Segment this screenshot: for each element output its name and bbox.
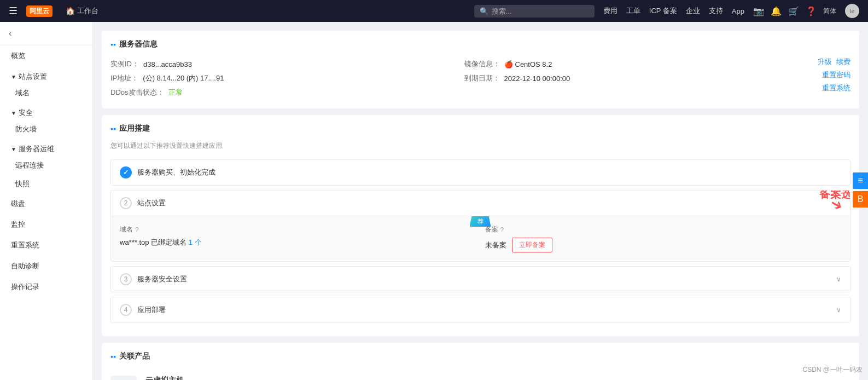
nav-icons: 📷 🔔 🛒 ❓ 简体 xyxy=(753,6,836,16)
sidebar-section-ops[interactable]: ▼ 服务器运维 xyxy=(0,139,92,156)
icp-field-value: 未备案 立即备案 xyxy=(485,238,842,252)
app-setup-card: ▪▪ 应用搭建 您可以通过以下推荐设置快速搭建应用 ✓ 服务器购买、初始化完成 … xyxy=(102,115,859,336)
step-3-item: 3 服务器安全设置 ∨ xyxy=(110,266,850,292)
nav-link-enterprise[interactable]: 企业 xyxy=(686,6,700,16)
image-value: 🍎CentOS 8.2 xyxy=(504,60,552,68)
related-products-icon: ▪▪ xyxy=(110,352,116,361)
domain-count-link[interactable]: 1 个 xyxy=(189,238,202,246)
sidebar-item-reset-system[interactable]: 重置系统 xyxy=(0,235,92,256)
image-label: 镜像信息： xyxy=(464,59,500,69)
step-4-number: 4 xyxy=(120,304,132,316)
step-1-header[interactable]: ✓ 服务器购买、初始化完成 xyxy=(111,160,850,185)
arrow-icon-3: ▼ xyxy=(11,146,16,152)
server-info-title: ▪▪ 服务器信息 xyxy=(110,39,850,49)
expire-label: 到期日期： xyxy=(464,73,500,83)
search-bar[interactable]: 🔍 xyxy=(474,5,595,18)
sidebar-item-disk[interactable]: 磁盘 xyxy=(0,193,92,214)
logo: 阿里云 xyxy=(26,5,53,17)
lang-icon[interactable]: 简体 xyxy=(823,7,836,16)
logo-icon: 阿里云 xyxy=(26,5,53,17)
workbench-link[interactable]: 🏠 工作台 xyxy=(66,6,98,16)
step-3-header[interactable]: 3 服务器安全设置 ∨ xyxy=(111,267,850,292)
server-info-card: ▪▪ 服务器信息 实例ID： d38...acca9b33 IP地址： (公) … xyxy=(102,31,859,108)
sidebar-section-security[interactable]: ▼ 安全 xyxy=(0,102,92,120)
renew-link[interactable]: 续费 xyxy=(836,57,850,67)
sidebar-item-operation-log[interactable]: 操作记录 xyxy=(0,277,92,297)
step-1-item: ✓ 服务器购买、初始化完成 xyxy=(110,159,850,186)
step-4-item: 4 应用部署 ∨ xyxy=(110,297,850,323)
nav-link-ticket[interactable]: 工单 xyxy=(626,6,640,16)
step-2-domain-col: 域名 ? wa***.top 已绑定域名 1 个 荐 xyxy=(120,225,476,252)
step-3-title: 服务器安全设置 xyxy=(137,274,836,284)
workbench-label: 工作台 xyxy=(77,6,98,16)
ddos-row: DDos攻击状态： 正常 xyxy=(110,85,442,100)
image-row: 镜像信息： 🍎CentOS 8.2 xyxy=(464,57,796,71)
ddos-label: DDos攻击状态： xyxy=(110,88,164,97)
nav-link-icp[interactable]: ICP 备案 xyxy=(649,6,677,16)
step-1-number: ✓ xyxy=(120,166,132,179)
sidebar-item-monitor[interactable]: 监控 xyxy=(0,214,92,235)
sidebar-item-remote[interactable]: 远程连接 xyxy=(0,156,92,175)
sidebar-item-diagnose[interactable]: 自助诊断 xyxy=(0,256,92,277)
sidebar-collapse-btn[interactable]: ‹ xyxy=(0,22,92,45)
sidebar: ‹ 概览 ▼ 站点设置 域名 ▼ 安全 防火墙 ▼ 服务器运维 远程连接 快照 … xyxy=(0,22,93,380)
sidebar-item-firewall[interactable]: 防火墙 xyxy=(0,120,92,139)
nav-link-support[interactable]: 支持 xyxy=(709,6,723,16)
step-2-title: 站点设置 xyxy=(137,198,836,208)
icp-status: 未备案 xyxy=(485,240,506,250)
domain-question-icon[interactable]: ? xyxy=(135,226,139,234)
right-sidebar-btn-1[interactable]: ≡ xyxy=(853,172,868,189)
app-setup-icon: ▪▪ xyxy=(110,124,116,133)
step-4-header[interactable]: 4 应用部署 ∨ xyxy=(111,297,850,323)
right-sidebar-btn-2[interactable]: B xyxy=(853,191,868,208)
bell-icon[interactable]: 🔔 xyxy=(771,6,782,16)
sidebar-item-domain[interactable]: 域名 xyxy=(0,84,92,102)
right-sidebar: ≡ B xyxy=(853,172,868,208)
step-2-content: 域名 ? wa***.top 已绑定域名 1 个 荐 xyxy=(111,216,850,261)
home-icon: 🏠 xyxy=(66,7,75,15)
setup-desc: 您可以通过以下推荐设置快速搭建应用 xyxy=(110,141,850,151)
help-icon[interactable]: ❓ xyxy=(806,6,817,16)
nav-link-app[interactable]: App xyxy=(732,7,744,15)
main-content: ▪▪ 服务器信息 实例ID： d38...acca9b33 IP地址： (公) … xyxy=(93,22,868,380)
layout: ‹ 概览 ▼ 站点设置 域名 ▼ 安全 防火墙 ▼ 服务器运维 远程连接 快照 … xyxy=(0,22,868,380)
search-icon: 🔍 xyxy=(480,7,488,15)
step-2-grid: 域名 ? wa***.top 已绑定域名 1 个 荐 xyxy=(120,225,841,252)
hamburger-menu[interactable]: ☰ xyxy=(9,5,18,17)
step-3-chevron-icon: ∨ xyxy=(836,275,841,283)
ip-value: (公) 8.14...20 (内) 17....91 xyxy=(143,73,224,83)
step-4-title: 应用部署 xyxy=(137,305,836,315)
step-4-chevron-icon: ∨ xyxy=(836,306,841,314)
step-1-title: 服务器购买、初始化完成 xyxy=(137,168,841,177)
instance-id-value: d38...acca9b33 xyxy=(143,60,192,68)
icp-question-icon[interactable]: ? xyxy=(500,226,504,234)
upgrade-link[interactable]: 升级 xyxy=(818,57,832,67)
search-input[interactable] xyxy=(492,7,589,15)
product-item-virtual-host: 云虚拟主机 云虚拟主机是一种网站托管服务。产品预装了常见网站开发语言的运行环境和… xyxy=(110,369,850,380)
sidebar-section-ops-label: 服务器运维 xyxy=(19,144,54,154)
step-2-header[interactable]: 2 站点设置 ∧ xyxy=(111,191,850,216)
cart-icon[interactable]: 🛒 xyxy=(788,6,799,16)
sidebar-section-site-label: 站点设置 xyxy=(19,72,47,82)
reset-password-link[interactable]: 重置密码 xyxy=(822,70,850,80)
expire-value: 2022-12-10 00:00:00 xyxy=(504,74,570,83)
step-2-number: 2 xyxy=(120,197,132,209)
avatar[interactable]: Ie xyxy=(845,4,859,18)
domain-field-label: 域名 ? xyxy=(120,225,476,234)
nav-link-fees[interactable]: 费用 xyxy=(603,6,617,16)
step-3-number: 3 xyxy=(120,273,132,285)
camera-icon[interactable]: 📷 xyxy=(753,6,764,16)
arrow-icon: ▼ xyxy=(11,74,16,80)
nav-links: 费用 工单 ICP 备案 企业 支持 App xyxy=(603,6,744,16)
instance-id-label: 实例ID： xyxy=(110,59,139,69)
sidebar-section-site[interactable]: ▼ 站点设置 xyxy=(0,66,92,84)
sidebar-item-snapshot[interactable]: 快照 xyxy=(0,175,92,193)
sidebar-item-overview[interactable]: 概览 xyxy=(0,45,92,66)
sidebar-section-security-label: 安全 xyxy=(19,108,33,118)
arrow-icon-2: ▼ xyxy=(11,110,16,116)
icp-now-button[interactable]: 立即备案 xyxy=(512,238,552,252)
step-2-icp-col: 备案 ? 未备案 立即备案 备案选择 ➔ xyxy=(485,225,842,252)
ddos-value: 正常 xyxy=(168,88,183,97)
reset-system-link[interactable]: 重置系统 xyxy=(822,83,850,93)
expire-row: 到期日期： 2022-12-10 00:00:00 xyxy=(464,71,796,85)
